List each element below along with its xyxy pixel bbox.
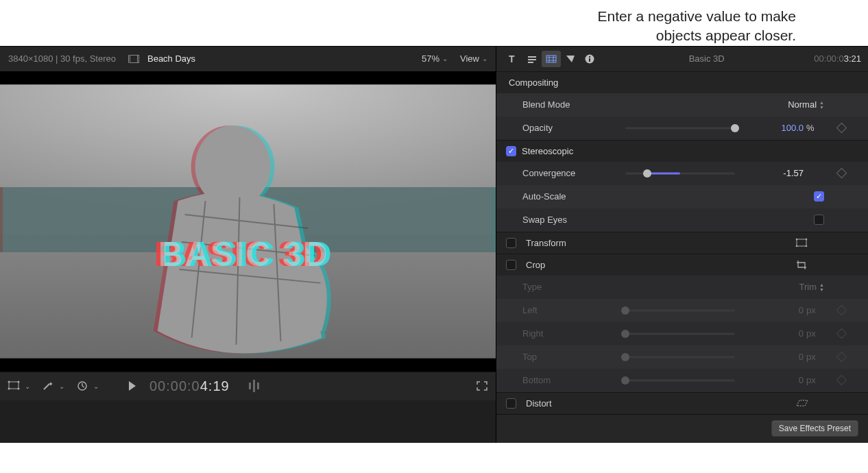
crop-left-slider[interactable]	[625, 306, 735, 315]
crop-left-value[interactable]: 0	[760, 305, 804, 315]
unit: px	[804, 375, 824, 385]
section-label: Crop	[526, 260, 779, 270]
section-transform[interactable]: Transform	[496, 232, 868, 254]
param-label: Auto-Scale	[522, 191, 625, 202]
audio-skimming-indicator	[249, 380, 259, 392]
clip-title: Beach Days	[147, 53, 195, 64]
playhead-timecode[interactable]: 00:00:04:19	[149, 378, 230, 394]
enhance-tool-icon[interactable]	[41, 380, 56, 392]
convergence-slider[interactable]	[625, 169, 735, 178]
unit: px	[804, 305, 824, 315]
tab-generator[interactable]	[522, 51, 542, 67]
param-label: Opacity	[522, 123, 625, 133]
tab-video[interactable]	[542, 51, 561, 67]
transform-onscreen-icon[interactable]	[784, 238, 819, 247]
section-label: Transform	[526, 238, 779, 248]
inspector-body: Compositing Blend Mode Normal ▲▼ Opacity…	[496, 71, 868, 414]
viewer-pane: 3840×1080 | 30 fps, Stereo Beach Days 57…	[0, 47, 496, 443]
play-button[interactable]	[129, 381, 136, 391]
crop-bottom-slider[interactable]	[625, 376, 735, 385]
opacity-slider[interactable]	[625, 123, 735, 133]
viewer-canvas[interactable]: BASIC 3D BASIC 3D BASIC 3D	[0, 71, 496, 372]
crop-checkbox[interactable]	[506, 260, 516, 270]
svg-text:T: T	[509, 53, 515, 64]
keyframe-button[interactable]	[824, 353, 858, 361]
crop-top-value[interactable]: 0	[760, 352, 804, 362]
keyframe-button[interactable]	[824, 376, 858, 384]
section-label: Stereoscopic	[522, 146, 573, 156]
distort-checkbox[interactable]	[506, 398, 516, 409]
keyframe-button[interactable]	[824, 169, 858, 177]
keyframe-button[interactable]	[824, 306, 858, 314]
opacity-value[interactable]: 100.0	[760, 123, 804, 133]
zoom-menu[interactable]: 57% ⌄	[422, 53, 448, 64]
chevron-down-icon[interactable]: ⌄	[59, 383, 64, 390]
fullscreen-icon[interactable]	[475, 380, 489, 392]
section-compositing[interactable]: Compositing	[496, 71, 868, 93]
crop-right-value[interactable]: 0	[760, 328, 804, 339]
chevron-down-icon[interactable]: ⌄	[25, 383, 30, 390]
param-label: Left	[522, 305, 625, 315]
tab-text[interactable]: T	[503, 51, 522, 67]
zoom-value: 57%	[422, 53, 439, 64]
chevron-down-icon[interactable]: ⌄	[93, 383, 99, 390]
auto-scale-checkbox[interactable]	[814, 191, 824, 202]
save-effects-preset-button[interactable]: Save Effects Preset	[771, 420, 858, 437]
inspector-pane: T Basic 3D 00:00:03:21 Compositing	[496, 47, 868, 443]
crop-top-slider[interactable]	[625, 352, 735, 362]
transform-checkbox[interactable]	[506, 238, 516, 248]
param-label: Blend Mode	[522, 99, 625, 110]
section-stereoscopic[interactable]: Stereoscopic	[496, 140, 868, 162]
opacity-unit: %	[804, 123, 824, 133]
unit: px	[804, 352, 824, 362]
blend-mode-dropdown[interactable]: Normal ▲▼	[760, 99, 824, 110]
svg-point-18	[8, 388, 10, 390]
param-label: Convergence	[522, 168, 625, 178]
filmstrip-icon	[128, 55, 139, 63]
stereoscopic-checkbox[interactable]	[506, 146, 516, 156]
row-blend-mode: Blend Mode Normal ▲▼	[496, 93, 868, 117]
inspector-footer: Save Effects Preset	[496, 414, 868, 443]
section-distort[interactable]: Distort	[496, 392, 868, 414]
convergence-value[interactable]: -1.57	[760, 168, 804, 178]
viewer-header: 3840×1080 | 30 fps, Stereo Beach Days 57…	[0, 47, 496, 71]
timecode-bright: 4:19	[200, 378, 230, 394]
crop-bottom-value[interactable]: 0	[760, 375, 804, 385]
svg-rect-34	[797, 239, 806, 246]
transform-tool-icon[interactable]	[7, 380, 22, 392]
crop-right-slider[interactable]	[625, 329, 735, 339]
app-window: 3840×1080 | 30 fps, Stereo Beach Days 57…	[0, 46, 868, 443]
preview-image: BASIC 3D BASIC 3D BASIC 3D	[0, 84, 496, 359]
swap-eyes-checkbox[interactable]	[814, 215, 824, 225]
section-crop[interactable]: Crop	[496, 254, 868, 276]
param-label: Top	[522, 352, 625, 362]
retime-tool-icon[interactable]	[75, 380, 91, 392]
dropdown-value: Trim	[799, 282, 817, 292]
svg-point-19	[18, 388, 20, 390]
svg-point-17	[18, 381, 20, 383]
keyframe-button[interactable]	[824, 330, 858, 337]
view-label: View	[460, 53, 479, 64]
clip-duration: 00:00:03:21	[814, 53, 861, 64]
stepper-arrows-icon: ▲▼	[819, 282, 824, 292]
row-swap-eyes: Swap Eyes	[496, 208, 868, 232]
svg-point-16	[8, 381, 10, 383]
row-crop-left: Left 0 px	[496, 299, 868, 322]
viewer-format-info: 3840×1080 | 30 fps, Stereo	[8, 53, 116, 64]
svg-point-36	[806, 239, 808, 241]
section-label: Distort	[526, 398, 779, 409]
crop-onscreen-icon[interactable]	[784, 260, 819, 269]
svg-rect-15	[9, 382, 19, 389]
callout-line1: Enter a negative value to make	[597, 8, 796, 24]
tab-color[interactable]	[561, 51, 580, 67]
keyframe-button[interactable]	[824, 124, 858, 132]
view-menu[interactable]: View ⌄	[460, 53, 487, 64]
dropdown-value: Normal	[788, 99, 817, 110]
svg-rect-24	[528, 62, 533, 63]
distort-onscreen-icon[interactable]	[784, 398, 819, 408]
crop-type-dropdown[interactable]: Trim ▲▼	[760, 282, 824, 292]
row-crop-right: Right 0 px	[496, 322, 868, 345]
svg-text:BASIC 3D: BASIC 3D	[158, 235, 329, 274]
tab-info[interactable]	[580, 51, 599, 67]
row-crop-type: Type Trim ▲▼	[496, 276, 868, 299]
